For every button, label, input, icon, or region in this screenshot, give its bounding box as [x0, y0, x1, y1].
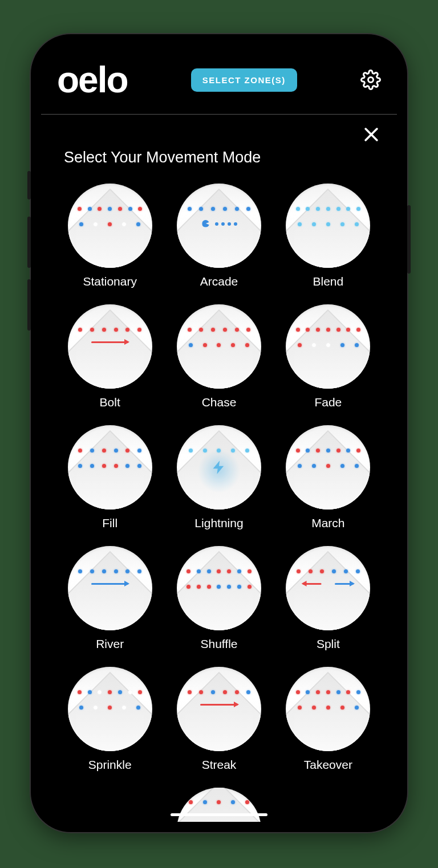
- close-icon[interactable]: [362, 125, 381, 144]
- mode-label: Streak: [202, 758, 237, 772]
- mode-grid: Stationary Arcade Blend: [41, 184, 397, 822]
- mode-label: River: [96, 637, 124, 651]
- mode-label: Fade: [314, 396, 342, 409]
- mode-split[interactable]: Split: [279, 546, 378, 651]
- mode-icon: [68, 425, 152, 510]
- mode-label: Blend: [313, 275, 343, 288]
- home-indicator[interactable]: [171, 813, 267, 816]
- mode-streak[interactable]: Streak: [169, 667, 268, 772]
- mode-label: Lightning: [194, 516, 243, 530]
- lightning-bolt-icon: [211, 457, 227, 480]
- app-logo: oelo: [57, 62, 128, 98]
- mode-lightning[interactable]: Lightning: [169, 425, 268, 530]
- mode-icon: [286, 425, 370, 510]
- mode-icon: [177, 546, 261, 630]
- mode-label: Arcade: [200, 275, 238, 288]
- mode-label: Bolt: [100, 396, 120, 409]
- mode-icon: [286, 304, 370, 389]
- mode-icon: [177, 667, 261, 751]
- mode-icon: [68, 184, 152, 268]
- phone-notch: [171, 44, 267, 60]
- volume-up-button: [27, 217, 31, 268]
- mode-takeover[interactable]: Takeover: [279, 667, 378, 772]
- mode-shuffle[interactable]: Shuffle: [169, 546, 268, 651]
- mode-label: Sprinkle: [88, 758, 132, 772]
- mode-icon: [177, 788, 261, 822]
- mode-icon: [286, 184, 370, 268]
- mode-icon: [286, 546, 370, 630]
- mode-icon: [177, 304, 261, 389]
- mode-label: Chase: [202, 396, 237, 409]
- mode-label: Split: [317, 637, 340, 651]
- mode-icon: [177, 184, 261, 268]
- mode-chase[interactable]: Chase: [169, 304, 268, 409]
- mode-bolt[interactable]: Bolt: [60, 304, 159, 409]
- mode-icon: [177, 425, 261, 510]
- mode-label: Fill: [102, 516, 117, 530]
- mode-arcade[interactable]: Arcade: [169, 184, 268, 288]
- mode-label: Stationary: [83, 275, 137, 288]
- svg-point-0: [368, 78, 373, 83]
- mode-march[interactable]: March: [279, 425, 378, 530]
- mode-icon: [68, 546, 152, 630]
- mode-sprinkle[interactable]: Sprinkle: [60, 667, 159, 772]
- page-title: Select Your Movement Mode: [41, 144, 397, 184]
- mode-icon: [68, 304, 152, 389]
- mode-partial[interactable]: [169, 788, 268, 822]
- mode-label: Shuffle: [200, 637, 237, 651]
- screen: oelo SELECT ZONE(S) Select Your Movement…: [41, 44, 397, 822]
- mode-label: March: [311, 516, 344, 530]
- power-button: [407, 205, 411, 274]
- volume-down-button: [27, 279, 31, 331]
- side-button: [27, 171, 31, 199]
- mode-fade[interactable]: Fade: [279, 304, 378, 409]
- phone-frame: oelo SELECT ZONE(S) Select Your Movement…: [31, 34, 407, 832]
- mode-label: Takeover: [304, 758, 352, 772]
- mode-stationary[interactable]: Stationary: [60, 184, 159, 288]
- mode-icon: [68, 667, 152, 751]
- close-row: [41, 115, 397, 144]
- mode-fill[interactable]: Fill: [60, 425, 159, 530]
- settings-icon[interactable]: [360, 70, 381, 90]
- mode-river[interactable]: River: [60, 546, 159, 651]
- mode-blend[interactable]: Blend: [279, 184, 378, 288]
- mode-icon: [286, 667, 370, 751]
- select-zone-button[interactable]: SELECT ZONE(S): [191, 68, 297, 92]
